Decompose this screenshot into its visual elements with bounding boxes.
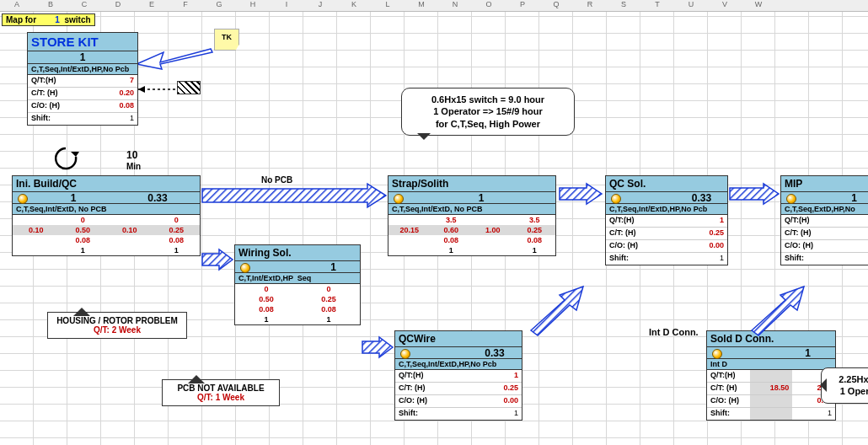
mip-box: MIP 1 C,T,Seq,ExtD,HP,No Q/T:(H)C/T: (H)… — [780, 175, 868, 265]
map-header-prefix: Map for — [6, 15, 36, 24]
main-callout: 0.6Hx15 switch = 9.0 hour1 Operator => 1… — [401, 88, 575, 136]
pcb-note: PCB NOT AVAILABLE Q/T: 1 Week — [162, 379, 280, 406]
housing-note: HOUSING / ROTOR PROBLEM Q/T: 2 Week — [47, 312, 187, 339]
sold-d-box: Sold D Conn. 1 Int D Q/T:(H)3.5C/T: (H)1… — [706, 330, 836, 421]
intd-conn-label: Int D Conn. — [649, 327, 699, 337]
supplier-hatch — [177, 81, 201, 94]
map-header: Map for 1 switch — [2, 13, 95, 26]
side-callout: 2.25Hx151 Operat — [821, 367, 868, 404]
strap-box: Strap/Solith 1 C,T,Seq,Int/ExtD, No PCB … — [388, 175, 556, 256]
qty-ten: 10 — [126, 149, 137, 161]
map-header-suffix: switch — [64, 15, 90, 24]
min-label: Min — [126, 162, 141, 171]
store-kit-title: STORE KIT — [28, 33, 137, 51]
loop-icon — [51, 147, 81, 174]
ini-build-box: Ini. Build/QC 10.33 C,T,Seq,Int/ExtD, No… — [12, 175, 201, 256]
store-kit-box: STORE KIT 1 C,T,Seq,Int/ExtD,HP,No Pcb Q… — [27, 32, 138, 126]
no-pcb-label: No PCB — [261, 175, 292, 185]
tk-note: TK — [214, 29, 239, 51]
qcwire-box: QCWire 0.33 C,T,Seq,Int/ExtD,HP,No Pcb Q… — [394, 330, 522, 421]
wiring-box: Wiring Sol. 1 C,T,Int/ExtD,HP Seq 000.50… — [234, 244, 361, 325]
map-header-count: 1 — [55, 15, 60, 24]
spreadsheet-columns: ABCDEFGHIJKLMNOPQRSTUVW — [0, 0, 868, 12]
qcsol-box: QC Sol. 0.33 C,T,Seq,Int/ExtD,HP,No Pcb … — [605, 175, 728, 265]
